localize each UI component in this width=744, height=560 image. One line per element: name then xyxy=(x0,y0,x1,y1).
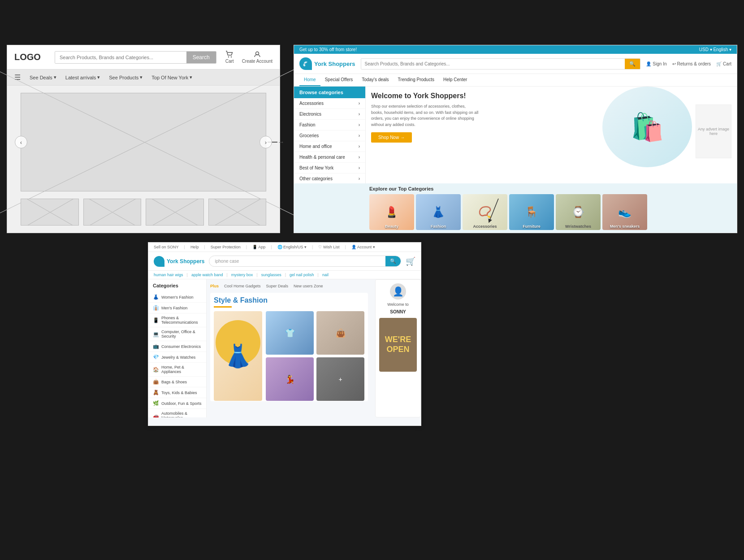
york-cat-grid: 💄 Beauty 👗 Fashion 📿 Accessories 🪑 Furni… xyxy=(369,194,733,230)
sonny-tab-new-users[interactable]: New users Zone xyxy=(294,283,323,289)
wf-cart-icon-group[interactable]: Cart xyxy=(225,51,234,64)
wf-search-button[interactable]: Search xyxy=(186,52,216,63)
sonny-sidebar: Categories 👗 Women's Fashion 👔 Men's Fas… xyxy=(148,279,207,417)
york-nav: Home Special Offers Today's deals Trendi… xyxy=(294,74,737,87)
wf-search-bar: Search xyxy=(55,51,216,64)
sonny-tag-watch[interactable]: apple watch band xyxy=(191,273,223,277)
sonny-panel: Sell on SONY | Help | Super Protection |… xyxy=(148,242,421,426)
york-cat-electronics[interactable]: Electronics› xyxy=(294,109,365,120)
york-returns[interactable]: ↩ Returns & orders xyxy=(672,61,711,66)
sonny-sell[interactable]: Sell on SONY xyxy=(154,245,179,249)
sonny-tab-home-gadgets[interactable]: Cool Home Gadgets xyxy=(224,283,261,289)
sonny-help[interactable]: Help xyxy=(190,245,199,249)
sonny-tab-plus[interactable]: Plus xyxy=(210,283,219,289)
sonny-img-dress[interactable]: 💃 xyxy=(266,357,314,401)
sonny-app[interactable]: 📱 App xyxy=(252,245,265,249)
sonny-search-button[interactable]: 🔍 xyxy=(385,256,401,266)
sonny-tag-sunglasses[interactable]: sunglasses xyxy=(261,273,281,277)
sonny-cat-auto[interactable]: 🚗 Automobiles & Motorcycles xyxy=(148,409,206,417)
sonny-cat-bags[interactable]: 👜 Bags & Shoes xyxy=(148,377,206,387)
york-card-furniture-label: Furniture xyxy=(509,224,554,229)
phones-icon: 📱 xyxy=(153,317,159,323)
sonny-person-icon: 👗 xyxy=(224,343,252,369)
sonny-img-more[interactable]: + xyxy=(316,357,364,401)
sonny-tab-super-deals[interactable]: Super Deals xyxy=(266,283,289,289)
york-hero-text: Welcome to York Shoppers! Shop our exten… xyxy=(371,92,479,143)
york-cart[interactable]: 🛒 Cart xyxy=(716,61,731,66)
york-card-wristwatches[interactable]: ⌚ Wristwatches xyxy=(556,194,601,230)
york-cat-groceries[interactable]: Groceries› xyxy=(294,130,365,141)
sonny-cat-home[interactable]: 🏠 Home, Pet & Appliances xyxy=(148,363,206,377)
account-label: Create Account xyxy=(242,59,273,64)
york-cat-bestny[interactable]: Best of New York› xyxy=(294,163,365,174)
york-signin[interactable]: 👤 Sign In xyxy=(646,61,666,66)
wf-nav-latest[interactable]: Latest arrivals ▾ xyxy=(65,74,100,80)
york-cat-accessories[interactable]: Accessories› xyxy=(294,98,365,109)
york-search-button[interactable]: 🔍 xyxy=(625,59,640,69)
york-cat-home[interactable]: Home and office› xyxy=(294,141,365,152)
york-promo-text: Get up to 30% off from store! xyxy=(299,47,357,52)
sonny-cart-button[interactable]: 🛒 xyxy=(406,256,415,266)
york-card-fashion[interactable]: 👗 Fashion xyxy=(416,194,461,230)
wf-search-input[interactable] xyxy=(55,52,186,63)
sonny-cat-mens[interactable]: 👔 Men's Fashion xyxy=(148,303,206,313)
sonny-cat-electronics[interactable]: 📺 Consumer Electronics xyxy=(148,341,206,352)
sonny-lang[interactable]: 🌐 English/US ▾ xyxy=(277,245,307,249)
york-nav-special[interactable]: Special Offers xyxy=(320,74,358,86)
wf-thumb-3 xyxy=(146,199,204,226)
york-logo[interactable]: York Shoppers xyxy=(299,57,355,70)
wf-arrow-head: → xyxy=(277,138,285,146)
wf-nav-top[interactable]: Top Of New York ▾ xyxy=(151,74,192,80)
cart-icon xyxy=(225,51,234,58)
york-lang-selector[interactable]: USD ▾ English ▾ xyxy=(699,47,731,52)
york-search-input[interactable] xyxy=(361,59,625,69)
sonny-tag-nail[interactable]: nail xyxy=(322,273,329,277)
sonny-sub-row-2: 💃 + xyxy=(266,357,364,401)
york-cat-other[interactable]: Other categories› xyxy=(294,174,365,184)
york-hero-title: Welcome to York Shoppers! xyxy=(371,92,479,100)
sonny-cat-jewelry[interactable]: 💎 Jewelry & Watches xyxy=(148,352,206,363)
sonny-wishlist[interactable]: ♡ Wish List xyxy=(318,245,339,249)
sonny-cat-womens[interactable]: 👗 Women's Fashion xyxy=(148,292,206,303)
sonny-img-handbags[interactable]: 👜 xyxy=(316,311,364,355)
sonny-tag-nailpolish[interactable]: gel nail polish xyxy=(290,273,314,277)
wf-nav-deals[interactable]: See Deals ▾ xyxy=(30,74,56,80)
york-card-beauty[interactable]: 💄 Beauty xyxy=(369,194,414,230)
york-hero-desc: Shop our extensive selection of accessor… xyxy=(371,104,479,128)
york-nav-home[interactable]: Home xyxy=(299,74,320,86)
sonny-welcome-name: SONNY xyxy=(379,309,417,314)
wf-prev-button[interactable]: ‹ xyxy=(15,136,27,148)
wf-nav: ☰ See Deals ▾ Latest arrivals ▾ See Prod… xyxy=(7,69,280,86)
york-card-furniture[interactable]: 🪑 Furniture xyxy=(509,194,554,230)
york-cat-fashion[interactable]: Fashion› xyxy=(294,120,365,130)
york-cat-health[interactable]: Health & personal care› xyxy=(294,152,365,163)
york-card-accessories[interactable]: 📿 Accessories xyxy=(463,194,507,230)
wf-next-button[interactable]: › xyxy=(260,136,272,148)
york-nav-help[interactable]: Help Center xyxy=(439,74,471,86)
sonny-cat-outdoor[interactable]: 🌿 Outdoor, Fun & Sports xyxy=(148,398,206,409)
york-nav-today[interactable]: Today's deals xyxy=(357,74,393,86)
sonny-logo-icon xyxy=(154,256,164,267)
sonny-tag-wigs[interactable]: human hair wigs xyxy=(154,273,183,277)
sonny-logo[interactable]: York Shoppers xyxy=(154,256,204,267)
sonny-main: Plus Cool Home Gadgets Super Deals New u… xyxy=(207,279,372,417)
sonny-cat-toys[interactable]: 🧸 Toys, Kids & Babies xyxy=(148,387,206,398)
sonny-search-input[interactable] xyxy=(209,256,385,266)
sonny-img-clothes[interactable]: 👕 xyxy=(266,311,314,355)
wf-nav-products[interactable]: See Products ▾ xyxy=(109,74,143,80)
sonny-tag-mystery[interactable]: mystery box xyxy=(231,273,253,277)
sonny-top-bar: Sell on SONY | Help | Super Protection |… xyxy=(148,243,421,252)
sonny-protection[interactable]: Super Protection xyxy=(211,245,241,249)
wf-account-icon-group[interactable]: Create Account xyxy=(242,51,273,64)
sonny-cat-computer[interactable]: 💻 Computer, Office & Security xyxy=(148,327,206,341)
sonny-fashion-section: Style & Fashion 👗 👕 👜 xyxy=(210,293,368,401)
wf-logo: LOGO xyxy=(14,52,46,62)
york-card-sneakers[interactable]: 👟 Men's sneakers xyxy=(602,194,647,230)
sonny-account[interactable]: 👤 Account ▾ xyxy=(351,245,375,249)
sonny-fashion-underline xyxy=(214,306,232,308)
sonny-cat-phones[interactable]: 📱 Phones & Telecommunications xyxy=(148,313,206,327)
york-shop-now-button[interactable]: Shop Now → xyxy=(371,132,412,143)
york-nav-trending[interactable]: Trending Products xyxy=(394,74,439,86)
wireframe-panel: LOGO Search Cart Create Account xyxy=(7,45,280,233)
sonny-logo-text: York Shoppers xyxy=(167,258,204,265)
